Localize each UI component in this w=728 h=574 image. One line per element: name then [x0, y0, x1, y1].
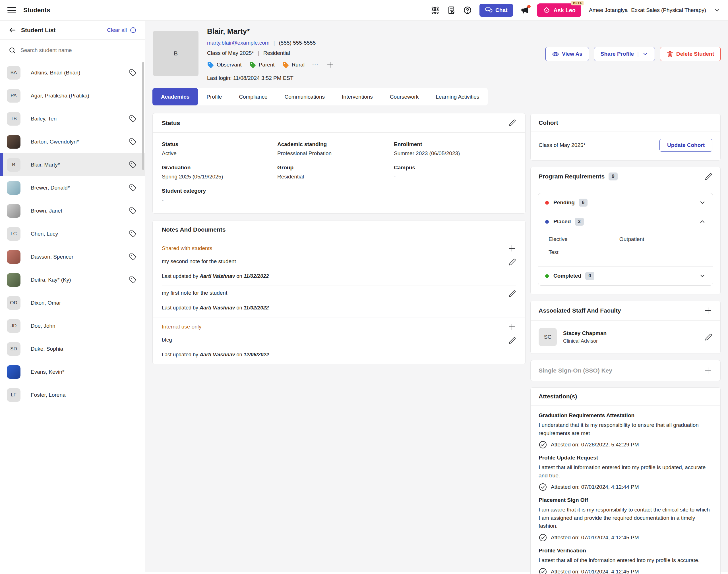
tag-icon[interactable] — [129, 207, 137, 214]
student-photo — [7, 273, 21, 287]
tag-icon[interactable] — [129, 138, 137, 146]
student-list-item[interactable]: JDDoe, John — [0, 314, 145, 337]
more-tags-button[interactable]: ⋯ — [312, 61, 319, 69]
tags-button[interactable] — [129, 253, 137, 260]
staff-role: Clinical Advisor — [563, 338, 607, 344]
status-dot — [545, 220, 549, 223]
student-tag-chip[interactable]: Parent — [249, 62, 275, 69]
tab-academics[interactable]: Academics — [152, 88, 198, 106]
student-list-item[interactable]: Barton, Gwendolyn* — [0, 130, 145, 153]
tags-button[interactable] — [129, 230, 137, 238]
student-initials: B — [7, 158, 21, 172]
beta-badge: BETA — [571, 1, 583, 5]
tag-icon[interactable] — [129, 276, 137, 284]
clear-all-link[interactable]: Clear all — [107, 27, 137, 34]
tab-communications[interactable]: Communications — [276, 88, 334, 106]
ask-leo-button[interactable]: Ask Leo BETA — [537, 3, 581, 17]
tab-compliance[interactable]: Compliance — [230, 88, 276, 106]
staff-row: SC Stacey Chapman Clinical Advisor — [531, 321, 720, 354]
pencil-icon — [705, 333, 712, 341]
student-list-item[interactable]: LCChen, Lucy — [0, 222, 145, 245]
student-list-item[interactable]: LFFoster, Lorena — [0, 383, 145, 402]
requirement-group-completed[interactable]: Completed0 — [538, 266, 713, 285]
update-cohort-button[interactable]: Update Cohort — [659, 139, 712, 152]
student-list-item[interactable]: BAAdkins, Brian (Brian) — [0, 61, 145, 84]
student-tag-chip[interactable]: Observant — [207, 62, 242, 69]
edit-status-button[interactable] — [508, 119, 516, 127]
tab-interventions[interactable]: Interventions — [333, 88, 381, 106]
student-email-link[interactable]: marty.blair@example.com — [207, 40, 270, 46]
student-list-item[interactable]: SDDuke, Sophia — [0, 337, 145, 360]
cohort-card: Cohort Class of May 2025* Update Cohort — [530, 114, 721, 161]
edit-note-button[interactable] — [508, 337, 516, 344]
tag-icon[interactable] — [129, 115, 137, 122]
student-list-item[interactable]: Brewer, Donald* — [0, 176, 145, 199]
tag-icon[interactable] — [129, 230, 137, 238]
student-list-item[interactable]: Evans, Kevin* — [0, 360, 145, 383]
student-name: Adkins, Brian (Brian) — [31, 70, 80, 76]
associated-staff-title: Associated Staff And Faculty — [539, 307, 621, 314]
add-note-button[interactable] — [508, 244, 516, 253]
tags-button[interactable] — [129, 138, 137, 146]
tags-button[interactable] — [129, 207, 137, 214]
search-input[interactable] — [21, 47, 137, 53]
student-list-item[interactable]: TBBailey, Teri — [0, 107, 145, 130]
tag-icon[interactable] — [129, 253, 137, 260]
tasks-checklist-icon[interactable] — [447, 6, 456, 14]
student-class: Class of May 2025* — [207, 50, 254, 56]
requirement-group-placed[interactable]: Placed3 — [538, 212, 713, 231]
add-note-button[interactable] — [508, 323, 516, 331]
student-list-item[interactable]: PAAgar, Pratiksha (Pratika) — [0, 84, 145, 107]
user-account-label[interactable]: Amee Jotangiya Exxat Sales (Physical The… — [589, 7, 706, 13]
tags-button[interactable] — [129, 161, 137, 168]
attestations-card: Attestation(s) Graduation Requirements A… — [530, 387, 721, 574]
edit-note-button[interactable] — [508, 258, 516, 266]
profile-tabs: AcademicsProfileComplianceCommunications… — [152, 88, 488, 106]
back-arrow-icon[interactable] — [8, 26, 16, 34]
tag-icon[interactable] — [129, 161, 137, 168]
plus-icon — [704, 306, 712, 315]
student-list-item[interactable]: BBlair, Marty* — [0, 153, 145, 176]
delete-student-button[interactable]: Delete Student — [660, 47, 721, 61]
tag-icon[interactable] — [129, 69, 137, 76]
requirement-group-pending[interactable]: Pending6 — [538, 193, 713, 212]
student-list-item[interactable]: Deitra, Kay* (Ky) — [0, 268, 145, 291]
student-list-item[interactable]: ODDixon, Omar — [0, 291, 145, 314]
tags-button[interactable] — [129, 184, 137, 192]
tags-button[interactable] — [129, 69, 137, 76]
status-dot — [545, 274, 549, 278]
note-section-heading: Internal use only — [162, 324, 201, 330]
help-icon[interactable] — [463, 6, 472, 14]
edit-staff-button[interactable] — [705, 333, 712, 341]
hamburger-menu-icon[interactable] — [7, 7, 16, 13]
tag-icon[interactable] — [129, 184, 137, 192]
view-as-button[interactable]: View As — [545, 47, 589, 61]
requirement-item: Test — [538, 246, 713, 259]
staff-avatar: SC — [539, 328, 557, 346]
add-staff-button[interactable] — [704, 306, 712, 315]
tab-coursework[interactable]: Coursework — [381, 88, 427, 106]
student-initials: LF — [7, 388, 21, 402]
apps-grid-icon[interactable] — [431, 6, 439, 14]
edit-requirements-button[interactable] — [705, 173, 712, 180]
attestations-title: Attestation(s) — [539, 393, 577, 400]
add-tag-button[interactable] — [326, 61, 334, 69]
sidebar-scrollbar[interactable] — [142, 62, 144, 170]
student-tag-chip[interactable]: Rural — [282, 62, 305, 69]
share-profile-button[interactable]: Share Profile | — [594, 47, 655, 61]
edit-note-button[interactable] — [508, 290, 516, 297]
add-sso-key-button[interactable] — [704, 366, 712, 375]
announcements-icon[interactable] — [521, 6, 529, 14]
student-list-item[interactable]: Dawson, Spencer — [0, 245, 145, 268]
ask-leo-logo-icon — [543, 6, 550, 14]
pencil-icon — [508, 290, 516, 297]
tab-learning-activities[interactable]: Learning Activities — [427, 88, 488, 106]
tags-button[interactable] — [129, 115, 137, 122]
tags-button[interactable] — [129, 276, 137, 284]
chat-button[interactable]: Chat — [480, 4, 513, 17]
tab-profile[interactable]: Profile — [198, 88, 230, 106]
tag-color-icon — [282, 62, 289, 69]
student-list-item[interactable]: Brown, Janet — [0, 199, 145, 222]
account-chevron-down-icon[interactable] — [714, 7, 721, 14]
status-dot — [545, 201, 549, 205]
